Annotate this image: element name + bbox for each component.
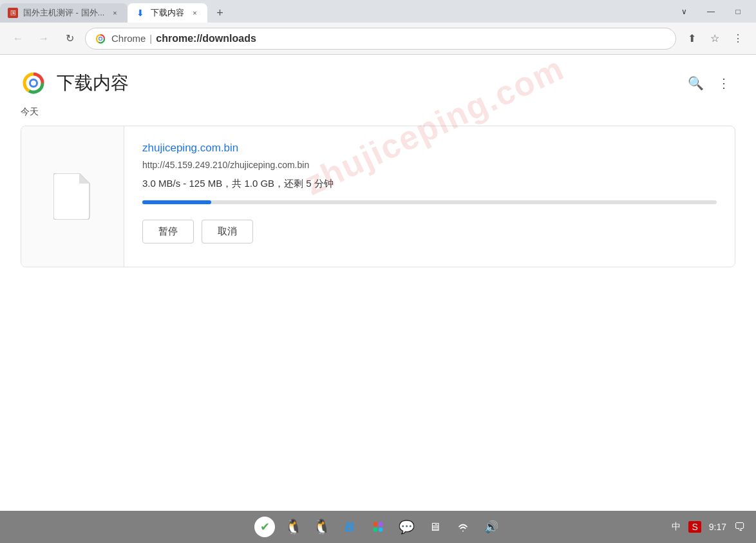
wifi-icon[interactable]: [453, 517, 473, 537]
progress-bar-fill: [142, 200, 211, 204]
download-info: zhujiceping.com.bin http://45.159.249.21…: [124, 126, 735, 267]
page-title: 下载内容: [57, 71, 129, 95]
file-icon: [53, 173, 92, 220]
svg-point-11: [379, 528, 383, 531]
browser-toolbar: ← → ↻ Chrome | chrome://downloads ⬆ ☆ ⋮: [0, 23, 756, 55]
svg-rect-10: [373, 528, 377, 531]
progress-bar-container: [142, 200, 717, 204]
download-speed: 3.0 MB/s - 125 MB，共 1.0 GB，还剩 5 分钟: [142, 178, 717, 190]
download-url: http://45.159.249.210/zhujiceping.com.bi…: [142, 160, 717, 170]
qq2-icon[interactable]: 🐧: [311, 517, 332, 537]
tab1-close[interactable]: ×: [109, 8, 120, 18]
reload-button[interactable]: ↻: [59, 28, 80, 49]
volume-icon[interactable]: 🔊: [481, 517, 502, 537]
address-brand: Chrome: [111, 33, 146, 44]
chrome-logo-icon: [95, 33, 106, 44]
window-controls: ∨ — □: [671, 0, 756, 23]
svg-rect-9: [379, 522, 383, 526]
tab1-favicon: 国: [8, 8, 18, 18]
notify-icon[interactable]: 🗨: [734, 520, 746, 534]
download-icon-area: [21, 126, 124, 267]
menu-button[interactable]: ⋮: [728, 28, 748, 49]
lang-icon[interactable]: 中: [672, 521, 681, 533]
svg-point-4: [99, 37, 102, 40]
address-bar[interactable]: Chrome | chrome://downloads: [85, 28, 676, 50]
minimize-button[interactable]: —: [698, 3, 724, 21]
figma-icon[interactable]: [368, 517, 388, 537]
ime-icon[interactable]: S: [688, 521, 701, 533]
chrome-logo-large: [21, 70, 46, 96]
chevron-button[interactable]: ∨: [671, 3, 697, 21]
title-bar: 国 国外主机测评 - 国外... × ⬇ 下载内容 × + ∨ — □: [0, 0, 756, 23]
page-header-actions: 🔍 ⋮: [684, 71, 735, 95]
display-icon[interactable]: 🖥: [424, 517, 445, 537]
downloads-page: 下载内容 🔍 ⋮ zhujiceping.com 今天: [0, 55, 756, 511]
download-card: zhujiceping.com.bin http://45.159.249.21…: [21, 126, 735, 267]
taskbar-right: 中 S 9:17 🗨: [672, 520, 746, 534]
check-icon[interactable]: ✔: [254, 517, 275, 537]
share-button[interactable]: ⬆: [681, 28, 702, 49]
download-filename[interactable]: zhujiceping.com.bin: [142, 142, 717, 155]
new-tab-button[interactable]: +: [210, 3, 229, 23]
more-button[interactable]: ⋮: [712, 71, 735, 95]
tab2-favicon: ⬇: [135, 8, 146, 18]
maximize-button[interactable]: □: [725, 3, 751, 21]
address-text: Chrome | chrome://downloads: [111, 33, 256, 44]
bluetooth-icon[interactable]: B: [339, 517, 360, 537]
back-button[interactable]: ←: [8, 28, 28, 49]
download-actions: 暂停 取消: [142, 220, 717, 243]
svg-rect-8: [373, 522, 377, 526]
tab2-close[interactable]: ×: [189, 8, 200, 18]
taskbar: ✔ 🐧 🐧 B 💬 🖥 🔊 中 S 9:17 🗨: [0, 511, 756, 543]
tab-inactive[interactable]: 国 国外主机测评 - 国外... ×: [0, 3, 128, 23]
cancel-button[interactable]: 取消: [202, 220, 253, 243]
downloads-section: 今天 zhujiceping.com.bin http://45.159.249…: [0, 106, 756, 267]
section-today-label: 今天: [21, 106, 735, 118]
page-header-left: 下载内容: [21, 70, 129, 96]
address-separator: |: [149, 33, 152, 44]
tab2-label: 下载内容: [151, 7, 184, 19]
svg-point-7: [31, 81, 36, 86]
address-url: chrome://downloads: [156, 33, 256, 44]
wechat-icon[interactable]: 💬: [396, 517, 417, 537]
qq-icon[interactable]: 🐧: [283, 517, 303, 537]
search-button[interactable]: 🔍: [684, 71, 707, 95]
forward-button[interactable]: →: [33, 28, 54, 49]
bookmark-button[interactable]: ☆: [704, 28, 725, 49]
time-label: 9:17: [709, 522, 726, 532]
page-header: 下载内容 🔍 ⋮: [0, 55, 756, 106]
toolbar-actions: ⬆ ☆ ⋮: [681, 28, 748, 49]
tab1-label: 国外主机测评 - 国外...: [23, 7, 104, 19]
tab-active[interactable]: ⬇ 下载内容 ×: [128, 3, 207, 23]
pause-button[interactable]: 暂停: [142, 220, 194, 243]
